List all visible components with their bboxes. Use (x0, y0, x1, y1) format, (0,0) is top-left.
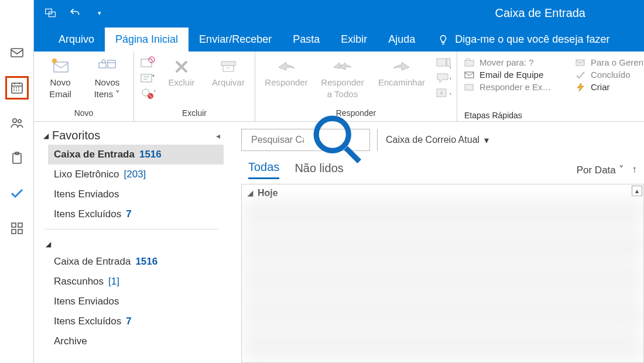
more-respond-stack[interactable]: ▾ ▾ ▾ (436, 55, 451, 100)
caret-down-icon: ◢ (46, 240, 51, 248)
folder-sent[interactable]: Itens Enviados (48, 292, 224, 311)
caret-down-icon: ◢ (248, 189, 253, 197)
cleanup-stack[interactable]: ▾ ▾ (140, 55, 155, 100)
tab-exibir[interactable]: Exibir (330, 28, 378, 52)
message-list[interactable]: ◢Hoje ▴ (241, 184, 644, 363)
group-today-header[interactable]: ◢Hoje (248, 188, 278, 198)
tab-pasta[interactable]: Pasta (282, 28, 330, 52)
svg-rect-7 (18, 223, 22, 227)
ribbon-tabs: Arquivo Página Inicial Enviar/Receber Pa… (34, 26, 644, 52)
responder-button[interactable]: Responder (261, 55, 311, 88)
ribbon-group-responder: Responder Responder a Todos Encaminhar ▾… (255, 52, 457, 121)
svg-rect-0 (11, 49, 23, 57)
account-header[interactable]: ◢ (40, 235, 224, 252)
ribbon: Novo Email Novos Itens ˅ Novo ▾ (34, 52, 644, 122)
folder-move-icon (464, 58, 475, 67)
svg-rect-25 (223, 66, 234, 71)
quickstep-to-manager[interactable]: Para o Gerente (576, 57, 644, 67)
calendar-rail-icon[interactable] (5, 76, 29, 100)
apps-rail-icon[interactable] (5, 217, 29, 240)
quickstep-create[interactable]: Criar (576, 82, 644, 92)
tab-ajuda[interactable]: Ajuda (378, 28, 426, 52)
filter-tab-nao-lidos[interactable]: Não lidos (294, 162, 343, 179)
people-rail-icon[interactable] (5, 111, 29, 135)
svg-rect-34 (465, 72, 474, 78)
svg-text:▾: ▾ (450, 91, 451, 97)
archive-icon (218, 57, 238, 74)
folder-nav: ◢Favoritos Caixa de Entrada 1516 Lixo El… (34, 122, 227, 363)
done-check-icon (576, 70, 586, 80)
svg-text:▾: ▾ (450, 65, 451, 69)
message-list-pane: Caixa de Correio Atual▾ Todas Não lidos … (227, 122, 644, 363)
nav-separator (44, 229, 219, 230)
filter-tab-todas[interactable]: Todas (248, 160, 279, 179)
folder-sent-fav[interactable]: Itens Enviados (48, 184, 224, 204)
encaminhar-button[interactable]: Encaminhar (374, 55, 430, 88)
folder-deleted[interactable]: Itens Excluídos 7 (48, 311, 224, 331)
scroll-up-button[interactable]: ▴ (632, 186, 642, 196)
group-label-excluir: Excluir (140, 108, 249, 120)
svg-text:▾: ▾ (450, 76, 451, 81)
ignore-icon (140, 56, 155, 69)
sort-direction[interactable]: ↑ (632, 164, 638, 176)
tab-arquivo[interactable]: Arquivo (48, 28, 105, 52)
reply-icon (276, 57, 296, 74)
svg-text:▾: ▾ (154, 88, 155, 94)
excluir-button[interactable]: Excluir (161, 55, 202, 88)
junk-icon: ▾ (140, 87, 155, 100)
svg-point-3 (18, 119, 20, 122)
tab-pagina-inicial[interactable]: Página Inicial (105, 28, 189, 52)
folder-deleted-fav[interactable]: Itens Excluídos 7 (48, 204, 224, 224)
lightning-icon (576, 83, 586, 92)
svg-point-2 (12, 119, 16, 122)
mail-rail-icon[interactable] (5, 41, 29, 64)
search-input[interactable] (250, 134, 305, 146)
blurred-messages (242, 200, 643, 362)
to-manager-icon (576, 58, 586, 67)
folder-inbox[interactable]: Caixa de Entrada 1516 (48, 252, 224, 272)
ribbon-group-novo: Novo Email Novos Itens ˅ Novo (34, 52, 134, 121)
novos-itens-button[interactable]: Novos Itens ˅ (87, 55, 128, 100)
quickstep-move-to[interactable]: Mover para: ? (464, 57, 564, 67)
folder-junk-fav[interactable]: Lixo Eletrônico [203] (48, 165, 224, 184)
more-icon: ▾ (436, 87, 451, 100)
svg-text:▾: ▾ (152, 73, 155, 78)
svg-point-15 (102, 60, 105, 63)
quickstep-team-email[interactable]: Email de Equipe (464, 70, 564, 80)
folder-drafts[interactable]: Rascunhos [1] (48, 272, 224, 292)
svg-rect-17 (141, 59, 152, 67)
new-mail-icon (50, 57, 70, 74)
novo-email-button[interactable]: Novo Email (40, 55, 81, 100)
cleanup-icon: ▾ (140, 71, 155, 84)
group-label-novo: Novo (40, 108, 128, 120)
svg-rect-24 (221, 61, 235, 66)
svg-rect-16 (108, 60, 115, 68)
quickstep-reply-delete[interactable]: Responder e Ex… (464, 82, 564, 92)
svg-rect-35 (465, 84, 473, 90)
reply-all-icon (333, 57, 352, 74)
search-scope-dropdown[interactable]: Caixa de Correio Atual▾ (377, 129, 497, 151)
tell-me[interactable]: Diga-me o que você deseja fazer (426, 33, 619, 52)
favorites-header[interactable]: ◢Favoritos (43, 129, 100, 142)
account-folders: Caixa de Entrada 1516 Rascunhos [1] Iten… (40, 252, 224, 351)
arquivar-button[interactable]: Arquivar (208, 55, 249, 88)
tasks-rail-icon[interactable] (5, 146, 29, 170)
sort-by[interactable]: Por Data ˅ (577, 164, 624, 176)
folder-inbox-fav[interactable]: Caixa de Entrada 1516 (48, 145, 224, 165)
ribbon-group-excluir: ▾ ▾ Excluir Arquivar Excluir (134, 52, 255, 121)
svg-rect-8 (12, 230, 16, 234)
folder-archive[interactable]: Archive (48, 331, 224, 351)
search-box[interactable] (241, 129, 370, 151)
svg-rect-19 (141, 74, 152, 82)
tab-enviar-receber[interactable]: Enviar/Receber (189, 28, 282, 52)
new-items-icon (97, 57, 117, 74)
tell-me-label: Diga-me o que você deseja fazer (455, 33, 609, 46)
quickstep-done[interactable]: Concluído (576, 70, 644, 80)
svg-rect-6 (12, 223, 16, 227)
reply-delete-icon (464, 83, 475, 92)
responder-todos-button[interactable]: Responder a Todos (317, 55, 368, 100)
svg-rect-12 (54, 62, 68, 72)
collapse-nav-icon[interactable] (216, 131, 220, 141)
favorites-folders: Caixa de Entrada 1516 Lixo Eletrônico [2… (40, 145, 224, 224)
todo-rail-icon[interactable] (5, 182, 29, 205)
